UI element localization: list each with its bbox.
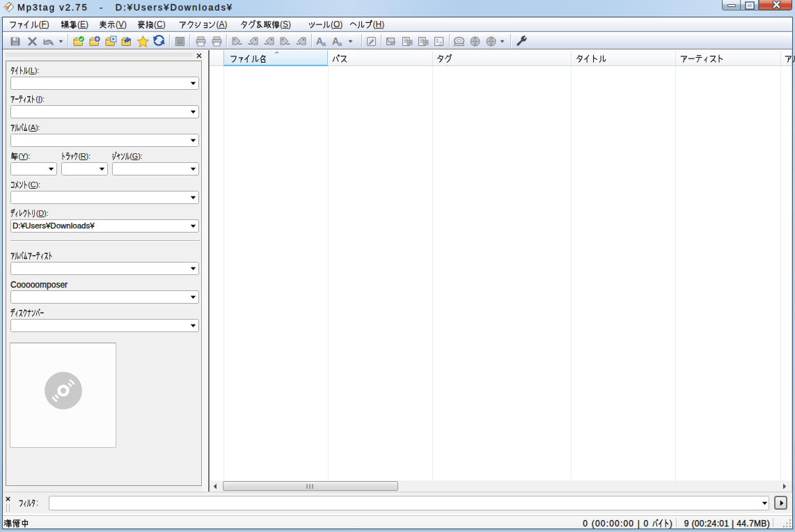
svg-text:2: 2 [439,40,442,46]
svg-text:a: a [322,40,326,47]
svg-text:a: a [338,40,343,47]
